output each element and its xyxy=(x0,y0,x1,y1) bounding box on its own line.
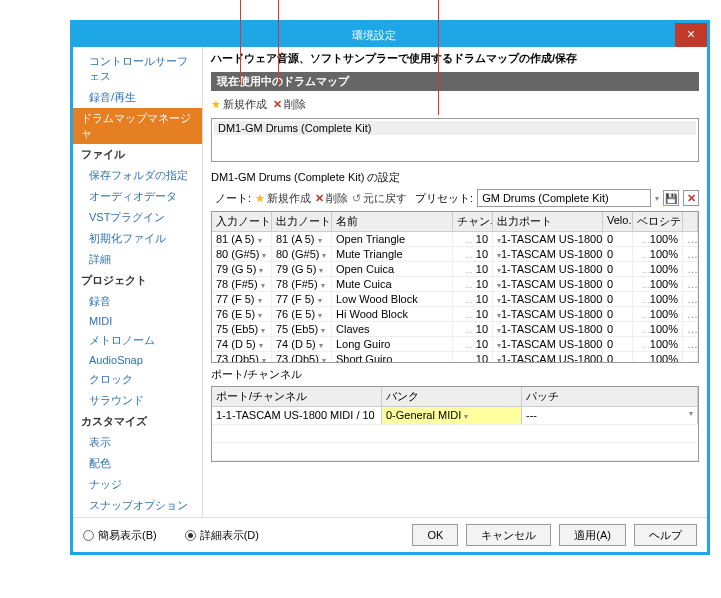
sidebar-item[interactable]: クロック xyxy=(73,369,202,390)
port-grid[interactable]: ポート/チャンネル バンク パッチ 1-1-TASCAM US-1800 MID… xyxy=(211,386,699,462)
sidebar-item[interactable]: MIDI xyxy=(73,312,202,330)
chevron-down-icon[interactable]: ▾ xyxy=(655,194,659,203)
col-bank[interactable]: バンク xyxy=(382,387,522,406)
sidebar-item[interactable]: オーディオデータ xyxy=(73,186,202,207)
port-channel-label: ポート/チャンネル xyxy=(211,367,699,382)
sidebar-item: カスタマイズ xyxy=(73,411,202,432)
sidebar-item[interactable]: 編集 xyxy=(73,516,202,517)
dialog-title: 環境設定 xyxy=(73,28,675,43)
titlebar: 環境設定 × xyxy=(73,23,707,47)
category-nav[interactable]: コントロールサーフェス録音/再生ドラムマップマネージャファイル保存フォルダの指定… xyxy=(73,47,203,517)
preset-label: プリセット: xyxy=(415,191,473,206)
settings-title: DM1-GM Drums (Complete Kit) の設定 xyxy=(211,170,699,185)
x-icon: ✕ xyxy=(273,98,282,111)
table-row[interactable]: 81 (A 5) ▾81 (A 5) ▾Open Triangle… 10▾1-… xyxy=(212,232,698,247)
apply-button[interactable]: 適用(A) xyxy=(559,524,626,546)
sidebar-item: ファイル xyxy=(73,144,202,165)
note-label: ノート: xyxy=(215,191,251,206)
new-map-button[interactable]: ★新規作成 xyxy=(211,97,267,112)
sidebar-item[interactable]: コントロールサーフェス xyxy=(73,51,202,87)
close-button[interactable]: × xyxy=(675,23,707,47)
table-row[interactable]: 79 (G 5) ▾79 (G 5) ▾Open Cuica… 10▾1-TAS… xyxy=(212,262,698,277)
simple-view-radio[interactable]: 簡易表示(B) xyxy=(83,528,157,543)
current-drummaps-bar: 現在使用中のドラムマップ xyxy=(211,72,699,91)
table-row[interactable]: 80 (G#5) ▾80 (G#5) ▾Mute Triangle… 10▾1-… xyxy=(212,247,698,262)
sidebar-item[interactable]: ドラムマップマネージャ xyxy=(73,108,202,144)
sidebar-item[interactable]: スナップオプション xyxy=(73,495,202,516)
undo-icon: ↺ xyxy=(352,192,361,205)
x-icon: ✕ xyxy=(315,192,324,205)
new-note-button[interactable]: ★新規作成 xyxy=(255,191,311,206)
table-row[interactable]: 1-1-TASCAM US-1800 MIDI / 10 0-General M… xyxy=(212,407,698,425)
delete-preset-button[interactable]: ✕ xyxy=(683,190,699,206)
col-velp[interactable]: ベロシテ... xyxy=(633,212,683,231)
table-row[interactable]: 74 (D 5) ▾74 (D 5) ▾Long Guiro… 10▾1-TAS… xyxy=(212,337,698,352)
col-name[interactable]: 名前 xyxy=(332,212,453,231)
list-item[interactable]: DM1-GM Drums (Complete Kit) xyxy=(214,121,696,135)
col-in[interactable]: 入力ノート xyxy=(212,212,272,231)
page-heading: ハードウェア音源、ソフトサンプラーで使用するドラムマップの作成/保存 xyxy=(211,51,699,66)
cancel-button[interactable]: キャンセル xyxy=(466,524,551,546)
col-patch[interactable]: パッチ xyxy=(522,387,698,406)
delete-note-button[interactable]: ✕削除 xyxy=(315,191,348,206)
sidebar-item: プロジェクト xyxy=(73,270,202,291)
sidebar-item[interactable]: 配色 xyxy=(73,453,202,474)
ok-button[interactable]: OK xyxy=(412,524,458,546)
sidebar-item[interactable]: 初期化ファイル xyxy=(73,228,202,249)
col-out[interactable]: 出力ノート xyxy=(272,212,332,231)
sidebar-item[interactable]: サラウンド xyxy=(73,390,202,411)
table-row[interactable]: 73 (Db5) ▾73 (Db5) ▾Short Guiro… 10▾1-TA… xyxy=(212,352,698,362)
sidebar-item[interactable]: 録音 xyxy=(73,291,202,312)
col-portchan[interactable]: ポート/チャンネル xyxy=(212,387,382,406)
preferences-dialog: 環境設定 × コントロールサーフェス録音/再生ドラムマップマネージャファイル保存… xyxy=(70,20,710,555)
save-preset-button[interactable]: 💾 xyxy=(663,190,679,206)
sidebar-item[interactable]: 保存フォルダの指定 xyxy=(73,165,202,186)
preset-select[interactable] xyxy=(477,189,651,207)
current-maps-list[interactable]: DM1-GM Drums (Complete Kit) xyxy=(211,118,699,162)
sidebar-item[interactable]: 表示 xyxy=(73,432,202,453)
note-grid[interactable]: 入力ノート 出力ノート 名前 チャンネル 出力ポート Velo... ベロシテ.… xyxy=(211,211,699,363)
star-icon: ★ xyxy=(211,98,221,111)
col-ch[interactable]: チャンネル xyxy=(453,212,493,231)
sidebar-item[interactable]: VSTプラグイン xyxy=(73,207,202,228)
table-row[interactable]: 76 (E 5) ▾76 (E 5) ▾Hi Wood Block… 10▾1-… xyxy=(212,307,698,322)
col-port[interactable]: 出力ポート xyxy=(493,212,603,231)
table-row[interactable]: 77 (F 5) ▾77 (F 5) ▾Low Wood Block… 10▾1… xyxy=(212,292,698,307)
table-row[interactable]: 78 (F#5) ▾78 (F#5) ▾Mute Cuica… 10▾1-TAS… xyxy=(212,277,698,292)
sidebar-item[interactable]: メトロノーム xyxy=(73,330,202,351)
col-vel[interactable]: Velo... xyxy=(603,212,633,231)
sidebar-item[interactable]: 録音/再生 xyxy=(73,87,202,108)
star-icon: ★ xyxy=(255,192,265,205)
delete-map-button[interactable]: ✕削除 xyxy=(273,97,306,112)
table-row[interactable]: 75 (Eb5) ▾75 (Eb5) ▾Claves… 10▾1-TASCAM … xyxy=(212,322,698,337)
undo-button[interactable]: ↺元に戻す xyxy=(352,191,407,206)
sidebar-item[interactable]: AudioSnap xyxy=(73,351,202,369)
help-button[interactable]: ヘルプ xyxy=(634,524,697,546)
sidebar-item[interactable]: 詳細 xyxy=(73,249,202,270)
sidebar-item[interactable]: ナッジ xyxy=(73,474,202,495)
detail-view-radio[interactable]: 詳細表示(D) xyxy=(185,528,259,543)
